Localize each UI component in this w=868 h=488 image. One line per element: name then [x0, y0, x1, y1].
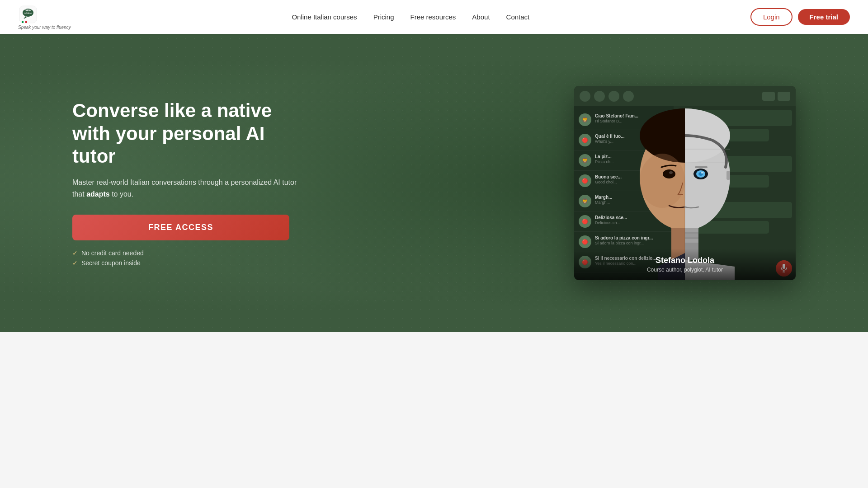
- chat-italian-4: Margh...: [595, 195, 669, 200]
- chat-text-3: Buona sce... Good choi...: [595, 174, 669, 184]
- chat-text-4: Margh... Margh...: [595, 195, 669, 205]
- chat-italian-6: Si adoro la pizza con ingr...: [595, 235, 669, 240]
- chat-english-4: Margh...: [595, 200, 669, 205]
- response-bar-1: [677, 110, 792, 126]
- chat-english-2: Pizza ch...: [595, 160, 669, 164]
- panel-power-icon: [778, 92, 790, 101]
- chat-italian-0: Ciao Stefano! Fam...: [595, 113, 669, 118]
- hero-section: Converse like a native with your persona…: [0, 34, 868, 332]
- nav-links: Online Italian courses Pricing Free reso…: [292, 13, 529, 21]
- nav-about[interactable]: About: [472, 13, 490, 21]
- video-panel: 🦁 Ciao Stefano! Fam... Hi Stefano! B... …: [574, 86, 796, 280]
- panel-circle-3: [609, 91, 619, 102]
- nav-free-resources[interactable]: Free resources: [410, 13, 456, 21]
- chat-english-6: Si adoro la pizza con ingr...: [595, 241, 669, 245]
- login-button[interactable]: Login: [750, 8, 793, 26]
- hero-right: 🦁 Ciao Stefano! Fam... Hi Stefano! B... …: [307, 86, 796, 280]
- chat-text-5: Deliziosa sce... Delicious ch...: [595, 215, 669, 225]
- chat-italian-3: Buona sce...: [595, 174, 669, 179]
- svg-rect-7: [25, 21, 27, 23]
- hero-title: Converse like a native with your persona…: [72, 99, 307, 168]
- person-name: Stefano Lodola: [581, 256, 788, 265]
- hero-subtitle-suffix: to you.: [110, 190, 133, 198]
- svg-rect-5: [22, 21, 24, 23]
- navbar: THINK in Italian Speak your way to fluen…: [0, 0, 868, 34]
- panel-icons-left: [580, 91, 634, 102]
- chat-avatar-0: 🦁: [579, 113, 591, 126]
- chat-text-2: La piz... Pizza ch...: [595, 154, 669, 164]
- response-bar-3: [677, 156, 792, 172]
- nav-contact[interactable]: Contact: [506, 13, 530, 21]
- person-title: Course author, polyglot, AI tutor: [581, 267, 788, 273]
- chat-english-3: Good choi...: [595, 180, 669, 184]
- chat-text-1: Qual è il tuo... What's y...: [595, 134, 669, 144]
- chat-item-4: 🦁 Margh... Margh...: [574, 191, 674, 211]
- nav-actions: Login Free trial: [750, 8, 850, 26]
- check-icon-2: ✓: [72, 259, 78, 267]
- checklist-label-1: No credit card needed: [81, 249, 144, 257]
- checklist-item-1: ✓ No credit card needed: [72, 249, 307, 257]
- response-bar-6: [677, 221, 769, 234]
- panel-menu-icon: [762, 92, 775, 101]
- hero-left: Converse like a native with your persona…: [72, 99, 307, 266]
- chat-avatar-4: 🦁: [579, 195, 591, 207]
- chat-avatar-2: 🦁: [579, 154, 591, 167]
- logo-tagline: Speak your way to fluency: [18, 25, 71, 30]
- panel-icons-right: [762, 92, 790, 101]
- svg-rect-6: [24, 21, 25, 23]
- chat-avatar-5: 🔴: [579, 215, 591, 228]
- chat-italian-2: La piz...: [595, 154, 669, 159]
- free-trial-button[interactable]: Free trial: [798, 9, 850, 25]
- panel-circle-1: [580, 91, 590, 102]
- chat-item-3: 🔴 Buona sce... Good choi...: [574, 171, 674, 191]
- chat-item-1: 🔴 Qual è il tuo... What's y...: [574, 130, 674, 150]
- logo[interactable]: THINK in Italian Speak your way to fluen…: [18, 5, 71, 30]
- panel-topbar: [574, 86, 796, 106]
- response-bar-4: [677, 175, 769, 188]
- chat-avatar-6: 🔴: [579, 235, 591, 248]
- svg-text:THINK: THINK: [24, 9, 32, 12]
- chat-italian-5: Deliziosa sce...: [595, 215, 669, 220]
- free-access-button[interactable]: FREE ACCESS: [72, 215, 289, 240]
- chat-avatar-3: 🔴: [579, 174, 591, 187]
- chat-avatar-1: 🔴: [579, 134, 591, 146]
- panel-circle-4: [623, 91, 634, 102]
- panel-circle-2: [594, 91, 605, 102]
- bottom-strip: [0, 332, 868, 361]
- name-overlay: Stefano Lodola Course author, polyglot, …: [574, 249, 796, 280]
- checklist-label-2: Secret coupon inside: [81, 259, 141, 267]
- chat-item-5: 🔴 Deliziosa sce... Delicious ch...: [574, 211, 674, 232]
- response-bar-5: [677, 202, 792, 218]
- nav-online-italian-courses[interactable]: Online Italian courses: [292, 13, 357, 21]
- check-icon-1: ✓: [72, 249, 78, 257]
- svg-text:in Italian: in Italian: [24, 12, 32, 14]
- chat-item-2: 🦁 La piz... Pizza ch...: [574, 150, 674, 171]
- chat-text-6: Si adoro la pizza con ingr... Si adoro l…: [595, 235, 669, 245]
- checklist: ✓ No credit card needed ✓ Secret coupon …: [72, 249, 307, 267]
- chat-text-0: Ciao Stefano! Fam... Hi Stefano! B...: [595, 113, 669, 123]
- nav-pricing[interactable]: Pricing: [373, 13, 394, 21]
- chat-english-1: What's y...: [595, 139, 669, 144]
- checklist-item-2: ✓ Secret coupon inside: [72, 259, 307, 267]
- chat-english-0: Hi Stefano! B...: [595, 119, 669, 123]
- hero-subtitle-bold: adapts: [86, 190, 110, 198]
- response-bar-2: [677, 129, 769, 141]
- chat-item-0: 🦁 Ciao Stefano! Fam... Hi Stefano! B...: [574, 110, 674, 130]
- hero-subtitle: Master real-world Italian conversations …: [72, 177, 307, 200]
- chat-english-5: Delicious ch...: [595, 221, 669, 225]
- chat-italian-1: Qual è il tuo...: [595, 134, 669, 139]
